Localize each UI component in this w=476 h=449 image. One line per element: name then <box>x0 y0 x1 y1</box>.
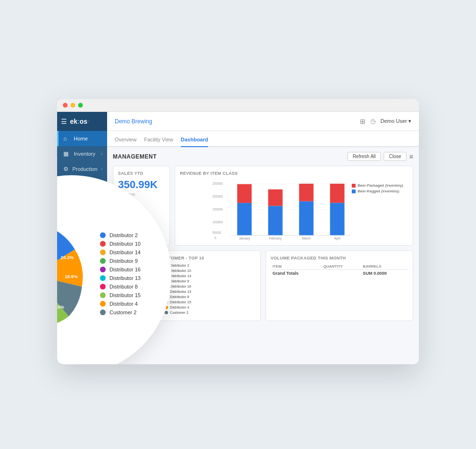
totals-barrels: SUM 0.0000 <box>361 270 408 277</box>
svg-rect-12 <box>237 184 251 203</box>
home-icon: ⌂ <box>63 135 70 142</box>
sidebar-label-home: Home <box>74 136 102 141</box>
user-menu-button[interactable]: Demo User ▾ <box>380 118 411 124</box>
bar-chart: 250000 200000 150000 100000 50000 0 <box>180 179 408 240</box>
svg-text:50000: 50000 <box>212 231 221 234</box>
large-legend-dist16: Distributor 16 <box>100 267 167 272</box>
svg-rect-18 <box>299 184 313 201</box>
large-dist15-dot <box>100 292 106 298</box>
large-dist13-label: Distributor 13 <box>109 275 140 281</box>
chevron-right-icon: › <box>101 167 103 171</box>
sidebar-label-inventory: Inventory <box>74 151 97 157</box>
tab-dashboard[interactable]: Dashboard <box>181 137 208 147</box>
legend-kegged-label: Beer-Kegged (Inventory) <box>357 189 399 193</box>
large-dist14-label: Distributor 14 <box>109 249 140 255</box>
svg-text:20.2%: 20.2% <box>61 255 74 260</box>
clock-icon[interactable]: ◷ <box>370 118 376 125</box>
svg-rect-21 <box>330 184 344 203</box>
col-barrels: BARRELS <box>361 263 408 270</box>
large-dist13-dot <box>100 275 106 281</box>
tab-bar: Overview Facility View Dashboard <box>107 131 419 147</box>
chevron-right-icon: › <box>101 151 102 156</box>
large-legend-dist10: Distributor 10 <box>100 241 167 247</box>
svg-text:18.9%: 18.9% <box>65 274 78 279</box>
legend-packaged-label: Beer-Packaged (Inventory) <box>357 183 403 188</box>
tab-facility-view[interactable]: Facility View <box>144 137 173 147</box>
top-bar-actions: ⊞ ◷ Demo User ▾ <box>360 118 411 125</box>
browser-dot-red[interactable] <box>63 103 68 108</box>
large-dist16-dot <box>100 267 106 272</box>
tab-overview[interactable]: Overview <box>115 137 137 147</box>
inventory-icon: ▦ <box>63 150 70 157</box>
svg-rect-17 <box>299 201 313 236</box>
svg-text:February: February <box>269 237 282 240</box>
packaged-color <box>352 184 356 188</box>
svg-text:200000: 200000 <box>212 195 223 198</box>
svg-text:100000: 100000 <box>212 220 223 224</box>
kegged-color <box>352 190 356 193</box>
large-pie-svg: 20.2% 18.9% 15% 11.5% 10% 7.4% 7% <box>57 218 90 332</box>
management-bar: MANAGEMENT Refresh All Close ≡ <box>113 152 413 161</box>
browser-dot-yellow[interactable] <box>70 103 75 108</box>
sidebar-header: ☰ ek:os_ <box>57 112 107 131</box>
large-dist8-label: Distributor 8 <box>109 284 138 289</box>
svg-text:15%: 15% <box>57 304 64 309</box>
large-dist15-label: Distributor 15 <box>109 292 140 298</box>
svg-rect-20 <box>330 203 344 235</box>
large-legend-dist15: Distributor 15 <box>100 292 167 298</box>
svg-rect-11 <box>237 203 251 235</box>
large-dist14-dot <box>100 249 106 255</box>
large-legend-dist2: Distributor 2 <box>100 232 167 238</box>
browser-dot-green[interactable] <box>78 103 83 108</box>
col-item: ITEM <box>271 263 322 270</box>
hamburger-menu-icon[interactable]: ≡ <box>409 153 413 160</box>
production-icon: ⚙ <box>63 166 69 172</box>
large-pie-content: 20.2% 18.9% 15% 11.5% 10% 7.4% 7% Distri… <box>57 209 176 342</box>
refresh-all-button[interactable]: Refresh All <box>347 152 381 161</box>
large-dist9-label: Distributor 9 <box>109 258 138 264</box>
large-pie-legend: Distributor 2 Distributor 10 Distributor… <box>100 232 167 318</box>
large-legend-dist4: Distributor 4 <box>100 301 167 307</box>
sales-ytd-title: SALES YTD <box>118 171 165 176</box>
large-legend-dist8: Distributor 8 <box>100 284 167 289</box>
management-title: MANAGEMENT <box>113 153 157 160</box>
top-bar: Demo Brewing ⊞ ◷ Demo User ▾ <box>107 112 419 131</box>
sidebar-item-home[interactable]: ⌂ Home <box>57 131 107 146</box>
company-title: Demo Brewing <box>115 118 152 125</box>
large-legend-cust2: Customer 2 <box>100 309 167 315</box>
hamburger-icon[interactable]: ☰ <box>61 118 67 125</box>
large-dist10-label: Distributor 10 <box>109 241 140 247</box>
large-legend-dist9: Distributor 9 <box>100 258 167 264</box>
large-dist10-dot <box>100 241 106 247</box>
sidebar-item-inventory[interactable]: ▦ Inventory › <box>57 146 107 161</box>
volume-packaged-widget: VOLUME PACKAGED THIS MONTH ITEM QUANTITY… <box>266 250 414 321</box>
col-quantity: QUANTITY <box>321 263 361 270</box>
large-legend-dist13: Distributor 13 <box>100 275 167 281</box>
bar-chart-legend: Beer-Packaged (Inventory) Beer-Kegged (I… <box>352 183 403 195</box>
large-dist4-dot <box>100 301 106 307</box>
large-dist9-dot <box>100 258 106 264</box>
revenue-item-class-widget: REVENUE BY ITEM CLASS 250000 200000 1500… <box>175 166 413 246</box>
svg-text:0: 0 <box>215 236 217 239</box>
grid-view-icon[interactable]: ⊞ <box>360 118 366 125</box>
app-logo: ek:os_ <box>70 118 89 125</box>
browser-chrome <box>57 99 419 112</box>
totals-row: Grand Totals SUM 0.0000 <box>271 270 408 277</box>
svg-text:150000: 150000 <box>212 208 223 211</box>
svg-text:April: April <box>334 237 341 240</box>
close-button[interactable]: Close <box>384 152 407 161</box>
sidebar-item-production[interactable]: ⚙ Production › <box>57 161 107 177</box>
large-legend-dist14: Distributor 14 <box>100 249 167 255</box>
large-dist4-label: Distributor 4 <box>109 301 138 307</box>
volume-title: VOLUME PACKAGED THIS MONTH <box>271 256 408 260</box>
sales-ytd-value: 350.99K <box>118 179 165 191</box>
totals-quantity <box>321 270 361 277</box>
large-dist16-label: Distributor 16 <box>109 267 140 272</box>
svg-rect-14 <box>268 206 282 235</box>
revenue-item-title: REVENUE BY ITEM CLASS <box>180 171 408 176</box>
legend-kegged: Beer-Kegged (Inventory) <box>352 189 403 193</box>
svg-text:January: January <box>239 237 250 240</box>
sidebar-label-production: Production <box>72 166 98 172</box>
large-dist2-dot <box>100 232 106 238</box>
svg-text:250000: 250000 <box>212 182 223 185</box>
